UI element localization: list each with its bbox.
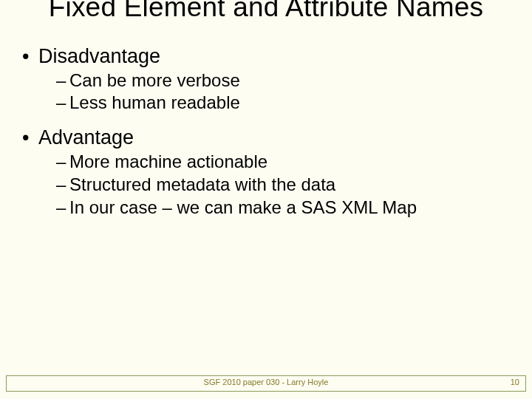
bullet-text: Can be more verbose (69, 70, 240, 90)
slide-footer: SGF 2010 paper 030 - Larry Hoyle 10 (6, 375, 526, 392)
bullet-text: Less human readable (69, 92, 240, 112)
bullet-level2: –In our case – we can make a SAS XML Map (56, 197, 517, 219)
bullet-level1: •Advantage (22, 126, 517, 149)
bullet-level2: –Can be more verbose (56, 69, 517, 92)
bullet-text: More machine actionable (69, 151, 267, 171)
bullet-level1: •Disadvantage (22, 45, 517, 68)
bullet-level2: –Less human readable (56, 92, 517, 115)
dash-icon: – (56, 69, 69, 92)
footer-page-number: 10 (511, 378, 519, 386)
slide-body: •Disadvantage –Can be more verbose –Less… (0, 30, 532, 219)
dash-icon: – (56, 151, 69, 174)
bullet-text: Structured metadata with the data (69, 174, 335, 194)
dash-icon: – (56, 92, 69, 115)
bullet-text: In our case – we can make a SAS XML Map (69, 197, 417, 217)
dash-icon: – (56, 197, 69, 219)
bullet-heading: Advantage (38, 126, 134, 149)
bullet-level2: –More machine actionable (56, 151, 517, 174)
bullet-level2: –Structured metadata with the data (56, 174, 517, 197)
bullet-dot-icon: • (22, 45, 38, 68)
spacer (22, 115, 517, 122)
footer-center-text: SGF 2010 paper 030 - Larry Hoyle (7, 378, 525, 386)
bullet-heading: Disadvantage (38, 45, 160, 67)
slide: Fixed Element and Attribute Names •Disad… (0, 0, 532, 399)
bullet-dot-icon: • (22, 126, 38, 149)
dash-icon: – (56, 174, 69, 197)
slide-title: Fixed Element and Attribute Names (0, 0, 532, 23)
